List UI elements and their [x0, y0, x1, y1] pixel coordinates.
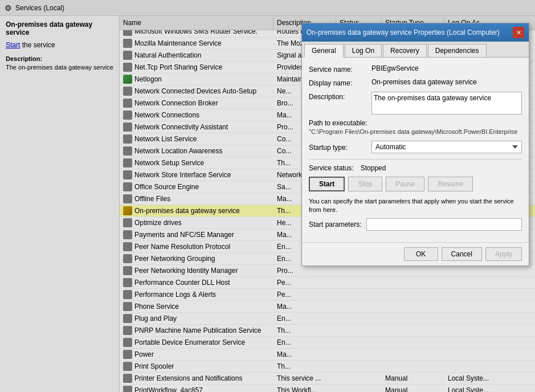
resume-button[interactable]: Resume: [428, 177, 473, 191]
tab-logon[interactable]: Log On: [345, 44, 382, 57]
startup-type-label: Startup type:: [309, 142, 371, 152]
apply-button[interactable]: Apply: [485, 247, 522, 261]
params-label: Start parameters:: [309, 220, 362, 228]
ok-button[interactable]: OK: [404, 247, 438, 261]
control-button-row: Start Stop Pause Resume: [309, 177, 522, 191]
service-name-label: Service name:: [309, 64, 371, 74]
display-name-row: Display name: On-premises data gateway s…: [309, 78, 522, 87]
params-input[interactable]: [366, 218, 522, 231]
cancel-button[interactable]: Cancel: [442, 247, 482, 261]
path-value: "C:\Program Files\On-premises data gatew…: [309, 128, 522, 135]
properties-dialog: On-premises data gateway service Propert…: [301, 23, 529, 266]
description-row: Description:: [309, 92, 522, 115]
display-name-label: Display name:: [309, 78, 371, 87]
startup-row: Startup type: AutomaticAutomatic (Delaye…: [309, 141, 522, 153]
service-status-label: Service status:: [309, 164, 354, 172]
main-window: ⚙ Services (Local) On-premises data gate…: [0, 0, 535, 392]
startup-type-select[interactable]: AutomaticAutomatic (Delayed Start)Manual…: [371, 141, 522, 153]
path-row: Path to executable: "C:\Program Files\On…: [309, 119, 522, 135]
display-name-value: On-premises data gateway service: [371, 78, 522, 86]
dialog-close-button[interactable]: ✕: [513, 27, 524, 38]
dialog-title-bar: On-premises data gateway service Propert…: [302, 23, 529, 42]
dialog-title: On-premises data gateway service Propert…: [307, 28, 500, 36]
params-section: You can specify the start parameters tha…: [309, 197, 522, 231]
service-name-value: PBIEgwService: [371, 64, 522, 72]
status-row: Service status: Stopped: [309, 159, 522, 172]
dialog-footer: OK Cancel Apply: [302, 242, 529, 266]
tab-recovery[interactable]: Recovery: [383, 44, 427, 57]
dialog-tabs: General Log On Recovery Dependencies: [302, 42, 529, 58]
service-status-value: Stopped: [361, 164, 386, 172]
service-name-row: Service name: PBIEgwService: [309, 64, 522, 74]
params-row: Start parameters:: [309, 218, 522, 231]
stop-button[interactable]: Stop: [348, 177, 382, 191]
tab-general[interactable]: General: [304, 44, 344, 58]
tab-dependencies[interactable]: Dependencies: [428, 44, 487, 57]
params-description: You can specify the start parameters tha…: [309, 197, 522, 215]
desc-field-label: Description:: [309, 92, 371, 101]
dialog-overlay: On-premises data gateway service Propert…: [0, 0, 535, 392]
start-button[interactable]: Start: [309, 177, 345, 191]
path-label: Path to executable:: [309, 119, 522, 127]
pause-button[interactable]: Pause: [386, 177, 424, 191]
dialog-content: Service name: PBIEgwService Display name…: [302, 58, 529, 242]
description-textarea[interactable]: [371, 92, 522, 115]
